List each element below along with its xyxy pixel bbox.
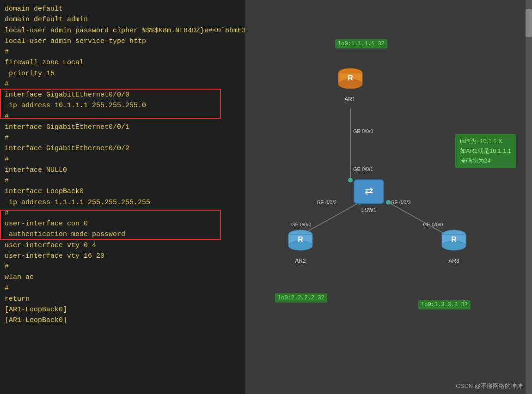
- line-12: interface GigabitEthernet0/0/1: [5, 122, 240, 133]
- line-11: #: [5, 111, 240, 122]
- line-24: user-interface vty 16 20: [5, 251, 240, 261]
- svg-text:R: R: [451, 236, 457, 243]
- ip-badge-ar2-loopback: lo0:2.2.2.2 32: [275, 293, 327, 303]
- line-7: priority 15: [5, 68, 240, 79]
- port-ar1-ge000: GE 0/0/0: [353, 128, 373, 134]
- router-ar1: R: [336, 65, 365, 94]
- scrollbar-thumb[interactable]: [526, 9, 532, 37]
- label-ar2: AR2: [286, 258, 315, 264]
- line-1: domain default: [5, 4, 240, 14]
- line-2: domain default_admin: [5, 14, 240, 25]
- line-13: #: [5, 133, 240, 143]
- ip-badge-ar3-loopback: lo0:3.3.3.3 32: [418, 300, 471, 309]
- network-diagram: lo0:1.1.1.1 32 R AR1 GE 0/0/0 GE 0/0/1 ⇄…: [245, 0, 532, 394]
- ip-info-text-line2: 如AR1就是10.1.1.1: [460, 147, 511, 154]
- router-ar3: R: [439, 226, 469, 256]
- port-lsw1-ge002: GE 0/0/2: [317, 200, 336, 205]
- svg-point-6: [386, 200, 391, 205]
- router-ar2: R: [286, 226, 315, 256]
- line-5: #: [5, 47, 240, 57]
- line-26: wlan ac: [5, 272, 240, 283]
- svg-text:R: R: [298, 236, 303, 243]
- line-18: interface LoopBack0: [5, 186, 240, 197]
- line-21: user-interface con 0: [5, 218, 240, 229]
- svg-text:R: R: [348, 74, 353, 82]
- line-20: #: [5, 208, 240, 218]
- connection-lines: [245, 0, 532, 394]
- line-10: ip address 10.1.1.1 255.255.255.0: [5, 100, 240, 111]
- ip-badge-ar1-loopback: lo0:1.1.1.1 32: [335, 39, 387, 48]
- line-23: user-interface vty 0 4: [5, 240, 240, 251]
- port-ar2-ge000: GE 0/0/0: [291, 222, 311, 227]
- line-8: #: [5, 79, 240, 90]
- ip-info-text-line1: ip均为: 10.1.1.X: [460, 138, 502, 145]
- line-22: authentication-mode password: [5, 229, 240, 240]
- line-17: #: [5, 176, 240, 186]
- ip-info-box: ip均为: 10.1.1.X 如AR1就是10.1.1.1 掩码均为24: [455, 134, 516, 168]
- line-30: [AR1-LoopBack0]: [5, 315, 240, 326]
- line-28: return: [5, 294, 240, 304]
- port-lsw1-ge003: GE 0/0/3: [391, 200, 410, 205]
- line-29: [AR1-LoopBack0]: [5, 304, 240, 315]
- ip-info-text-line3: 掩码均为24: [460, 157, 490, 164]
- terminal-panel: domain default domain default_admin loca…: [0, 0, 245, 394]
- svg-line-2: [388, 202, 446, 235]
- line-19: ip address 1.1.1.1 255.255.255.255: [5, 197, 240, 208]
- watermark: CSDN @不懂网络的坤坤: [456, 382, 523, 390]
- line-25: #: [5, 261, 240, 272]
- port-ar1-ge001: GE 0/0/1: [353, 166, 373, 172]
- line-6: firewall zone Local: [5, 57, 240, 68]
- scrollbar[interactable]: [526, 0, 532, 394]
- line-15: #: [5, 154, 240, 165]
- line-14: interface GigabitEthernet0/0/2: [5, 143, 240, 154]
- switch-lsw1: ⇄: [352, 178, 382, 207]
- label-lsw1: LSW1: [352, 207, 385, 213]
- label-ar3: AR3: [439, 258, 469, 264]
- port-ar3-ge000: GE 0/0/0: [423, 222, 443, 227]
- line-4: local-user admin service-type http: [5, 36, 240, 47]
- line-16: interface NULL0: [5, 165, 240, 176]
- line-27: #: [5, 283, 240, 294]
- label-ar1: AR1: [335, 96, 365, 103]
- line-3: local-user admin password cipher %$%$K8m…: [5, 25, 240, 36]
- line-9: interface GigabitEthernet0/0/0: [5, 90, 240, 100]
- svg-text:⇄: ⇄: [365, 185, 373, 197]
